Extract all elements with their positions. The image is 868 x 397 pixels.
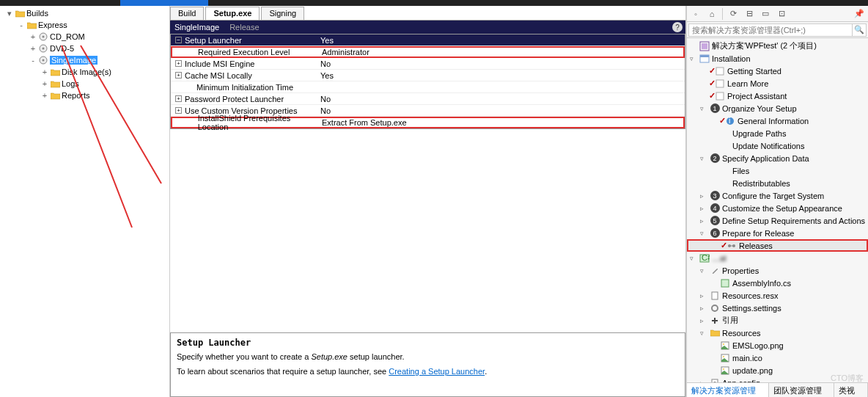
tree-item[interactable]: +Reports xyxy=(1,90,169,101)
sol-item[interactable]: ▹Resources.resx xyxy=(687,289,868,302)
svg-rect-9 xyxy=(700,55,709,57)
tree-item[interactable]: +CD_ROM xyxy=(1,31,169,43)
sol-item[interactable]: ▹引用 xyxy=(687,314,868,327)
svg-text:i: i xyxy=(729,117,730,125)
solution-explorer: ◦ ⌂ ⟳ ⊟ ▭ ⊡ 📌 🔍 解决方案'WPFtest' (2 个项目) ▿I… xyxy=(686,6,868,397)
tree-item[interactable]: -Express xyxy=(1,19,169,31)
solution-root[interactable]: 解决方案'WPFtest' (2 个项目) xyxy=(687,40,868,52)
svg-point-28 xyxy=(723,356,724,357)
pin-icon[interactable]: 📌 xyxy=(853,8,865,20)
sol-item[interactable]: ✓Releases xyxy=(687,239,868,252)
sol-item[interactable]: Redistributables xyxy=(687,177,868,189)
prop-row[interactable]: +Cache MSI LocallyYes xyxy=(171,70,685,81)
sol-item[interactable]: ▿1Organize Your Setup xyxy=(687,102,868,114)
sol-item[interactable]: ✓Project Assistant xyxy=(687,90,868,102)
tree-item[interactable]: +Logs xyxy=(1,78,169,90)
search-input[interactable] xyxy=(688,23,853,37)
svg-rect-12 xyxy=(716,92,724,100)
props-icon[interactable]: ▭ xyxy=(760,8,771,20)
sol-item[interactable]: ▿6Prepare for Release xyxy=(687,227,868,239)
tab-build[interactable]: Build xyxy=(170,7,204,20)
svg-point-1 xyxy=(43,36,45,38)
tab-setup.exe[interactable]: Setup.exe xyxy=(205,7,260,20)
solution-icon xyxy=(699,41,710,51)
prop-row[interactable]: Minimum Initialization Time xyxy=(171,81,685,93)
config-name: SingleImage xyxy=(174,23,219,32)
prop-row[interactable]: Required Execution LevelAdministrator xyxy=(171,46,685,58)
sol-item[interactable]: ▿Properties xyxy=(687,264,868,277)
sol-item[interactable]: ▿Resources xyxy=(687,327,868,339)
sol-item[interactable]: ▿Installation xyxy=(687,52,868,65)
config-bar: SingleImage Release ? xyxy=(170,21,685,34)
svg-point-22 xyxy=(712,305,718,311)
svg-rect-24 xyxy=(714,318,716,324)
svg-rect-7 xyxy=(702,43,707,49)
sol-item[interactable]: ▹5Define Setup Requirements and Actions xyxy=(687,214,868,227)
sol-item[interactable]: ▿C#…st xyxy=(687,252,868,264)
help-p1: Specify whether you want to create a Set… xyxy=(177,352,679,361)
property-grid: −Setup LauncherYesRequired Execution Lev… xyxy=(170,34,685,129)
config-type: Release xyxy=(229,23,259,32)
refresh-icon[interactable]: ⟳ xyxy=(727,8,739,20)
help-link[interactable]: Creating a Setup Launcher xyxy=(389,367,485,376)
svg-rect-11 xyxy=(716,80,724,87)
svg-point-5 xyxy=(43,59,45,62)
help-p2: To learn about scenarios that require a … xyxy=(177,367,679,376)
sol-item[interactable]: ✓Learn More xyxy=(687,77,868,90)
tree-root-label: Builds xyxy=(26,9,48,18)
tree-item[interactable]: +DVD-5 xyxy=(1,43,169,54)
sol-item[interactable]: main.ico xyxy=(687,352,868,364)
showall-icon[interactable]: ⊡ xyxy=(776,8,787,20)
sol-item[interactable]: AssemblyInfo.cs xyxy=(687,277,868,289)
solution-label: 解决方案'WPFtest' (2 个项目) xyxy=(710,40,817,51)
sol-item[interactable]: ✓iGeneral Information xyxy=(687,114,868,127)
svg-rect-20 xyxy=(721,280,729,287)
properties-panel: BuildSetup.exeSigning SingleImage Releas… xyxy=(170,6,686,397)
svg-rect-10 xyxy=(716,68,724,75)
sol-item[interactable]: Files xyxy=(687,164,868,177)
help-title: Setup Launcher xyxy=(177,338,679,348)
svg-point-30 xyxy=(723,368,724,370)
prop-row[interactable]: +Include MSI EngineNo xyxy=(171,58,685,70)
sol-toolbar: ◦ ⌂ ⟳ ⊟ ▭ ⊡ 📌 xyxy=(687,6,868,22)
sol-item[interactable]: Update Notifications xyxy=(687,139,868,152)
builds-tree: ▾ Builds -Express+CD_ROM+DVD-5-SingleIma… xyxy=(0,6,170,397)
collapse-icon[interactable]: ⊟ xyxy=(743,8,755,20)
search-button[interactable]: 🔍 xyxy=(852,23,867,37)
sol-item[interactable]: ▿2Specify Application Data xyxy=(687,152,868,164)
sol-item[interactable]: ▹4Customize the Setup Appearance xyxy=(687,202,868,214)
bottom-tabs: 解决方案资源管理器团队资源管理器类视图 xyxy=(687,382,868,397)
svg-text:C#: C# xyxy=(702,253,710,262)
tabs-row: BuildSetup.exeSigning xyxy=(170,6,685,21)
sol-item[interactable]: Upgrade Paths xyxy=(687,127,868,139)
tree-root[interactable]: ▾ Builds xyxy=(1,7,169,19)
prop-row[interactable]: InstallShield Prerequisites LocationExtr… xyxy=(171,117,685,128)
bottom-tab[interactable]: 团队资源管理器 xyxy=(769,383,835,397)
prop-row[interactable]: −Setup LauncherYes xyxy=(171,34,685,46)
watermark: CTO博客 xyxy=(831,373,864,384)
sol-item[interactable]: EMSLogo.png xyxy=(687,339,868,352)
sol-item[interactable]: ✓Getting Started xyxy=(687,65,868,77)
bottom-tab[interactable]: 类视图 xyxy=(834,383,868,397)
sol-item[interactable]: ▹3Configure the Target System xyxy=(687,189,868,202)
svg-point-3 xyxy=(43,48,45,50)
tree-item[interactable]: +Disk Image(s) xyxy=(1,66,169,78)
svg-rect-21 xyxy=(712,292,718,299)
sol-item[interactable]: ▹Settings.settings xyxy=(687,302,868,314)
help-panel: Setup Launcher Specify whether you want … xyxy=(170,332,685,397)
tab-signing[interactable]: Signing xyxy=(261,7,304,20)
prop-row[interactable]: +Password Protect LauncherNo xyxy=(171,93,685,105)
bottom-tab[interactable]: 解决方案资源管理器 xyxy=(687,383,769,397)
help-icon[interactable]: ? xyxy=(672,22,683,32)
back-icon[interactable]: ◦ xyxy=(690,8,702,20)
svg-point-26 xyxy=(723,343,724,345)
home-icon[interactable]: ⌂ xyxy=(706,8,718,20)
tree-item[interactable]: -SingleImage xyxy=(1,54,169,66)
